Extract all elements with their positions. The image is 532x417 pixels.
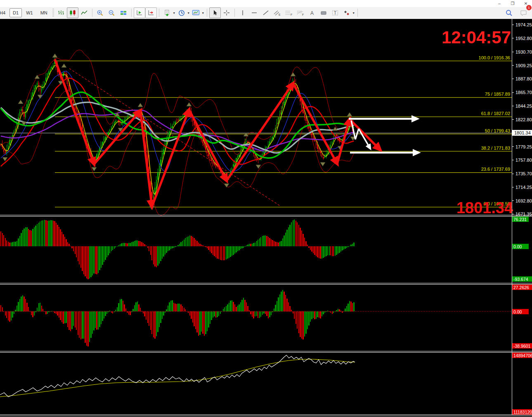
crosshair-icon[interactable] xyxy=(221,7,232,18)
dropdown-caret[interactable]: ▾ xyxy=(353,11,355,15)
ao-zero-label: 0.00 xyxy=(513,244,522,249)
zoom-out-icon[interactable] xyxy=(106,7,118,18)
line-chart-icon[interactable] xyxy=(78,7,90,18)
svg-text:F: F xyxy=(291,13,292,16)
toolbar-separator xyxy=(207,9,207,17)
dropdown-caret[interactable]: ▾ xyxy=(188,11,189,15)
bars-icon[interactable] xyxy=(55,7,67,18)
timeframe-button-w1[interactable]: W1 xyxy=(23,8,36,17)
fib-label: 50 / 1799.43 xyxy=(485,128,510,133)
auto-scroll-icon[interactable] xyxy=(134,7,145,18)
big-price-display: 1801.34 xyxy=(456,199,513,217)
axis-tick-label: 1865.70 xyxy=(515,90,532,95)
horizontal-line-icon[interactable] xyxy=(248,7,260,18)
restore-button[interactable]: ❐ xyxy=(507,0,518,7)
axis-tick-label: 1735.70 xyxy=(515,171,532,176)
trendline-icon[interactable] xyxy=(260,7,272,18)
fib-retracement-icon[interactable]: F xyxy=(283,7,295,18)
axis-tick-label: 1909.25 xyxy=(515,63,532,68)
axis-tick-label: 1887.80 xyxy=(515,76,532,81)
title-bar: – ❐ ✕ xyxy=(0,0,532,7)
dropdown-caret[interactable]: ▾ xyxy=(173,11,175,15)
svg-text:A: A xyxy=(310,10,314,16)
cursor-icon[interactable] xyxy=(209,7,221,18)
dropdown-caret[interactable]: ▾ xyxy=(202,11,204,15)
timeframe-button-d1[interactable]: D1 xyxy=(9,8,22,17)
vol-min-label: 11183120 xyxy=(513,410,532,415)
zoom-in-icon[interactable] xyxy=(95,7,106,18)
clock-display: 12:04:57 xyxy=(442,28,511,47)
axis-tick-label: 1822.80 xyxy=(515,117,532,122)
axis-tick-label: 1952.80 xyxy=(515,36,532,41)
search-icon[interactable] xyxy=(503,7,515,18)
notifications-icon[interactable]: 1 xyxy=(518,7,530,18)
toolbar-separator xyxy=(234,9,235,17)
axis-tick-label: 1714.25 xyxy=(515,185,532,190)
current-price-label: 1801.34 xyxy=(514,130,531,135)
channel-icon[interactable]: E xyxy=(272,7,283,18)
vol-max-label: 14894706 xyxy=(513,353,532,358)
axis-tick-label: 1974.25 xyxy=(515,22,532,27)
svg-text:T: T xyxy=(334,11,336,15)
text-icon[interactable]: A xyxy=(306,7,318,18)
svg-text:F: F xyxy=(302,13,304,16)
ao-max-label: 76.231 xyxy=(513,217,527,222)
mt4-window: { "window": { "minimize": "–", "restore"… xyxy=(0,0,532,417)
toolbar-separator xyxy=(92,9,92,17)
fib-label: 75 / 1857.89 xyxy=(485,92,510,97)
ac-max-label: 27.2626 xyxy=(513,285,529,290)
axis-tick-label: 1779.25 xyxy=(515,144,532,149)
fib-label: 23.6 / 1737.69 xyxy=(481,167,510,172)
templates-icon[interactable] xyxy=(190,7,202,18)
candles-icon[interactable] xyxy=(67,7,78,18)
svg-text:E: E xyxy=(279,13,281,16)
minimize-button[interactable]: – xyxy=(494,0,505,7)
fib-label: 100.0 / 1916.36 xyxy=(479,55,510,60)
ac-zero-label: 0.00 xyxy=(513,309,522,314)
ao-min-label: -93.674 xyxy=(513,277,528,282)
period-clock-icon[interactable] xyxy=(176,7,187,18)
toolbar: H4D1W1MN▾▾▾EFFAT▾ 1 xyxy=(0,7,532,19)
fib-label: 61.8 / 1827.02 xyxy=(481,111,510,116)
axis-tick-label: 1757.80 xyxy=(515,158,532,163)
axis-tick-label: 1692.80 xyxy=(515,198,532,203)
tile-windows-icon[interactable] xyxy=(118,7,129,18)
vertical-line-icon[interactable] xyxy=(237,7,248,18)
new-order-icon[interactable] xyxy=(161,7,173,18)
notification-badge: 1 xyxy=(526,5,532,10)
axis-tick-label: 1671.35 xyxy=(515,212,532,217)
toolbar-separator xyxy=(131,9,132,17)
fib-fan-icon[interactable]: F xyxy=(295,7,306,18)
fib-label: 38.2 / 1771.83 xyxy=(481,146,510,151)
chart-canvas[interactable]: 100.0 / 1916.3675 / 1857.8961.8 / 1827.0… xyxy=(0,0,532,417)
label-icon[interactable] xyxy=(318,7,329,18)
toolbar-separator xyxy=(159,9,159,17)
timeframe-button-mn[interactable]: MN xyxy=(37,8,51,17)
axis-tick-label: 1930.70 xyxy=(515,49,532,54)
ac-min-label: -38.9601 xyxy=(513,344,531,349)
chart-shift-icon[interactable] xyxy=(145,7,157,18)
arrows-icon[interactable] xyxy=(341,7,352,18)
toolbar-handle xyxy=(52,9,54,17)
axis-tick-label: 1844.25 xyxy=(515,104,532,108)
textbox-icon[interactable]: T xyxy=(329,7,341,18)
timeframe-button-h4[interactable]: H4 xyxy=(0,8,9,17)
toolbar-separator xyxy=(357,9,358,17)
